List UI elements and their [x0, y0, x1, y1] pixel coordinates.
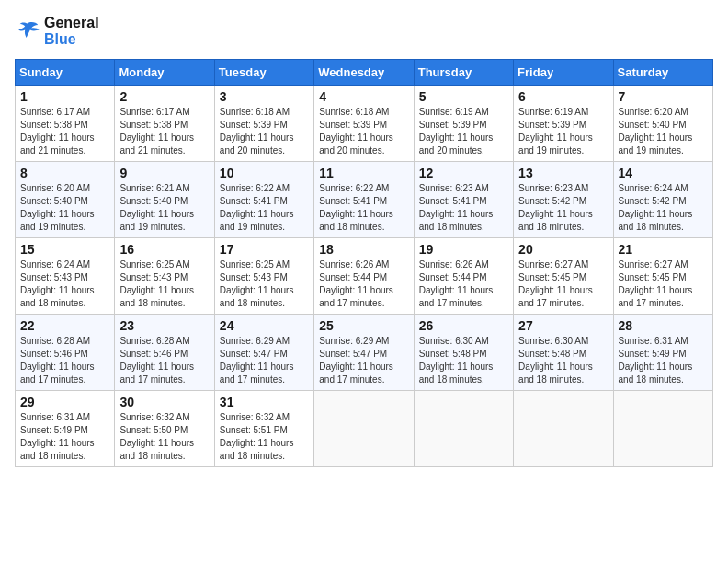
day-info: Sunrise: 6:20 AM Sunset: 5:40 PM Dayligh…: [619, 106, 708, 157]
sunrise-label: Sunrise: 6:22 AM: [319, 183, 389, 193]
daylight-label: Daylight: 11 hours and 20 minutes.: [419, 132, 494, 155]
day-number: 23: [119, 318, 209, 333]
calendar-day-cell: [414, 391, 513, 467]
sunrise-label: Sunrise: 6:25 AM: [119, 259, 189, 270]
sunrise-label: Sunrise: 6:21 AM: [119, 183, 189, 193]
sunrise-label: Sunrise: 6:27 AM: [619, 259, 688, 270]
calendar-day-cell: 15 Sunrise: 6:24 AM Sunset: 5:43 PM Dayl…: [16, 238, 115, 315]
weekday-header-cell: Thursday: [414, 60, 513, 86]
weekday-header-cell: Friday: [514, 60, 613, 86]
sunrise-label: Sunrise: 6:23 AM: [419, 183, 489, 193]
calendar-day-cell: 24 Sunrise: 6:29 AM Sunset: 5:47 PM Dayl…: [214, 315, 313, 391]
daylight-label: Daylight: 11 hours and 18 minutes.: [119, 285, 194, 308]
calendar-day-cell: 6 Sunrise: 6:19 AM Sunset: 5:39 PM Dayli…: [514, 86, 613, 162]
calendar-week-row: 15 Sunrise: 6:24 AM Sunset: 5:43 PM Dayl…: [16, 238, 713, 315]
sunset-label: Sunset: 5:49 PM: [20, 425, 88, 435]
daylight-label: Daylight: 11 hours and 18 minutes.: [419, 209, 494, 232]
day-number: 6: [518, 89, 608, 104]
day-info: Sunrise: 6:27 AM Sunset: 5:45 PM Dayligh…: [518, 259, 608, 310]
daylight-label: Daylight: 11 hours and 17 minutes.: [119, 362, 194, 385]
daylight-label: Daylight: 11 hours and 17 minutes.: [518, 285, 593, 308]
sunset-label: Sunset: 5:50 PM: [119, 425, 188, 435]
day-number: 2: [119, 89, 209, 104]
day-info: Sunrise: 6:28 AM Sunset: 5:46 PM Dayligh…: [20, 335, 109, 386]
daylight-label: Daylight: 11 hours and 21 minutes.: [20, 132, 95, 155]
day-info: Sunrise: 6:25 AM Sunset: 5:43 PM Dayligh…: [119, 259, 209, 310]
day-number: 5: [419, 89, 508, 104]
day-info: Sunrise: 6:24 AM Sunset: 5:43 PM Dayligh…: [20, 259, 109, 310]
day-number: 14: [619, 166, 708, 180]
sunset-label: Sunset: 5:40 PM: [119, 196, 188, 206]
calendar-day-cell: 5 Sunrise: 6:19 AM Sunset: 5:39 PM Dayli…: [414, 86, 513, 162]
sunrise-label: Sunrise: 6:32 AM: [119, 412, 189, 422]
calendar-week-row: 29 Sunrise: 6:31 AM Sunset: 5:49 PM Dayl…: [16, 391, 713, 467]
calendar-day-cell: 26 Sunrise: 6:30 AM Sunset: 5:48 PM Dayl…: [414, 315, 513, 391]
day-info: Sunrise: 6:29 AM Sunset: 5:47 PM Dayligh…: [220, 335, 309, 386]
sunset-label: Sunset: 5:40 PM: [20, 196, 88, 206]
calendar-day-cell: [314, 391, 414, 467]
sunrise-label: Sunrise: 6:26 AM: [319, 259, 389, 270]
weekday-header-cell: Sunday: [16, 60, 115, 86]
day-info: Sunrise: 6:28 AM Sunset: 5:46 PM Dayligh…: [119, 335, 209, 386]
sunrise-label: Sunrise: 6:25 AM: [220, 259, 290, 270]
day-info: Sunrise: 6:17 AM Sunset: 5:38 PM Dayligh…: [20, 106, 109, 157]
day-number: 16: [119, 242, 209, 257]
day-number: 4: [319, 89, 408, 104]
daylight-label: Daylight: 11 hours and 17 minutes.: [319, 285, 393, 308]
sunset-label: Sunset: 5:41 PM: [220, 196, 288, 206]
sunrise-label: Sunrise: 6:18 AM: [220, 107, 290, 117]
sunset-label: Sunset: 5:48 PM: [518, 349, 586, 359]
sunrise-label: Sunrise: 6:18 AM: [319, 107, 389, 117]
calendar-day-cell: 1 Sunrise: 6:17 AM Sunset: 5:38 PM Dayli…: [16, 86, 115, 162]
sunset-label: Sunset: 5:44 PM: [319, 272, 387, 282]
day-number: 17: [220, 242, 309, 257]
calendar-day-cell: 30 Sunrise: 6:32 AM Sunset: 5:50 PM Dayl…: [115, 391, 214, 467]
sunrise-label: Sunrise: 6:31 AM: [619, 336, 688, 346]
daylight-label: Daylight: 11 hours and 17 minutes.: [419, 285, 494, 308]
sunrise-label: Sunrise: 6:28 AM: [20, 336, 90, 346]
day-number: 29: [20, 395, 109, 409]
calendar-day-cell: 3 Sunrise: 6:18 AM Sunset: 5:39 PM Dayli…: [214, 86, 313, 162]
daylight-label: Daylight: 11 hours and 17 minutes.: [20, 362, 95, 385]
day-number: 9: [119, 166, 209, 180]
sunset-label: Sunset: 5:47 PM: [319, 349, 387, 359]
day-number: 25: [319, 318, 408, 333]
day-number: 11: [319, 166, 408, 180]
sunrise-label: Sunrise: 6:24 AM: [619, 183, 688, 193]
calendar-day-cell: 23 Sunrise: 6:28 AM Sunset: 5:46 PM Dayl…: [115, 315, 214, 391]
daylight-label: Daylight: 11 hours and 19 minutes.: [20, 209, 95, 232]
logo: General Blue: [15, 15, 99, 48]
calendar-day-cell: 8 Sunrise: 6:20 AM Sunset: 5:40 PM Dayli…: [16, 162, 115, 238]
sunset-label: Sunset: 5:41 PM: [419, 196, 487, 206]
day-number: 13: [518, 166, 608, 180]
day-info: Sunrise: 6:17 AM Sunset: 5:38 PM Dayligh…: [119, 106, 209, 157]
calendar-week-row: 8 Sunrise: 6:20 AM Sunset: 5:40 PM Dayli…: [16, 162, 713, 238]
calendar-day-cell: 14 Sunrise: 6:24 AM Sunset: 5:42 PM Dayl…: [613, 162, 712, 238]
daylight-label: Daylight: 11 hours and 18 minutes.: [619, 362, 693, 385]
daylight-label: Daylight: 11 hours and 18 minutes.: [20, 438, 95, 461]
daylight-label: Daylight: 11 hours and 19 minutes.: [119, 209, 194, 232]
calendar-day-cell: [613, 391, 712, 467]
day-number: 24: [220, 318, 309, 333]
day-info: Sunrise: 6:30 AM Sunset: 5:48 PM Dayligh…: [518, 335, 608, 386]
day-number: 30: [119, 395, 209, 409]
sunrise-label: Sunrise: 6:24 AM: [20, 259, 90, 270]
day-number: 19: [419, 242, 508, 257]
calendar-day-cell: 19 Sunrise: 6:26 AM Sunset: 5:44 PM Dayl…: [414, 238, 513, 315]
sunrise-label: Sunrise: 6:27 AM: [518, 259, 588, 270]
day-info: Sunrise: 6:21 AM Sunset: 5:40 PM Dayligh…: [119, 182, 209, 234]
day-info: Sunrise: 6:23 AM Sunset: 5:42 PM Dayligh…: [518, 182, 608, 234]
sunset-label: Sunset: 5:39 PM: [220, 120, 288, 130]
day-number: 12: [419, 166, 508, 180]
calendar-week-row: 22 Sunrise: 6:28 AM Sunset: 5:46 PM Dayl…: [16, 315, 713, 391]
daylight-label: Daylight: 11 hours and 17 minutes.: [220, 362, 294, 385]
sunrise-label: Sunrise: 6:17 AM: [20, 107, 90, 117]
day-info: Sunrise: 6:22 AM Sunset: 5:41 PM Dayligh…: [319, 182, 408, 234]
day-number: 28: [619, 318, 708, 333]
sunrise-label: Sunrise: 6:19 AM: [518, 107, 588, 117]
calendar-day-cell: 25 Sunrise: 6:29 AM Sunset: 5:47 PM Dayl…: [314, 315, 414, 391]
sunset-label: Sunset: 5:38 PM: [119, 120, 188, 130]
daylight-label: Daylight: 11 hours and 20 minutes.: [319, 132, 393, 155]
day-info: Sunrise: 6:29 AM Sunset: 5:47 PM Dayligh…: [319, 335, 408, 386]
logo-text: General Blue: [44, 15, 99, 48]
